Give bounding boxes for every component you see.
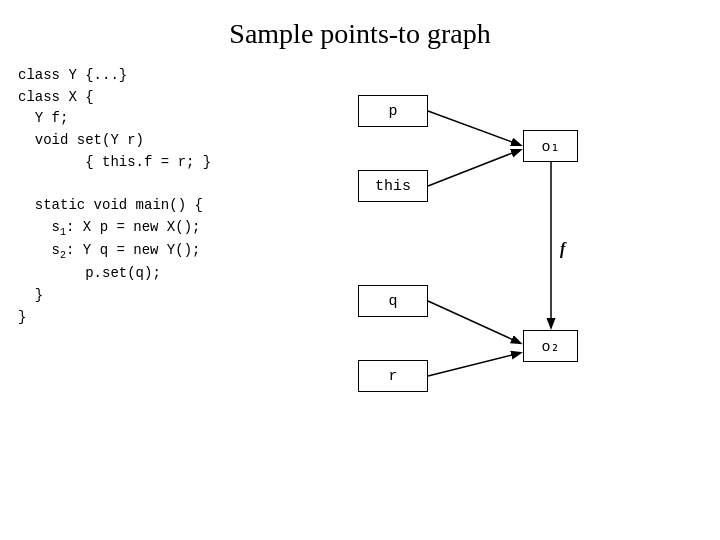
node-p: p [358, 95, 428, 127]
node-r: r [358, 360, 428, 392]
node-o1: o₁ [523, 130, 578, 162]
arrows-svg [338, 65, 720, 485]
f-label: f [560, 240, 565, 258]
svg-line-3 [428, 353, 520, 376]
code-block: class Y {...} class X { Y f; void set(Y … [18, 65, 328, 485]
svg-line-2 [428, 301, 520, 343]
svg-line-0 [428, 111, 520, 145]
svg-line-1 [428, 150, 520, 186]
node-this: this [358, 170, 428, 202]
node-q: q [358, 285, 428, 317]
graph-area: p this q r o₁ o₂ f [338, 65, 720, 485]
page-title: Sample points-to graph [0, 0, 720, 60]
node-o2: o₂ [523, 330, 578, 362]
